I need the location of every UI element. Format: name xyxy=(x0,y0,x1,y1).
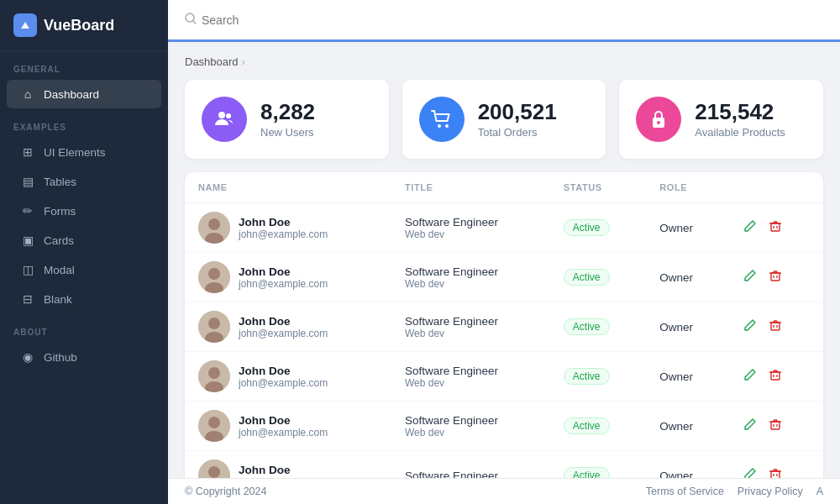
cell-role: Owner xyxy=(646,451,726,479)
edit-button[interactable] xyxy=(739,266,761,288)
cell-status: Active xyxy=(550,451,646,479)
sidebar-general-section: GENERAL ⌂ Dashboard xyxy=(0,51,168,109)
sidebar-item-label: Tables xyxy=(44,176,76,188)
user-role: Owner xyxy=(659,222,693,234)
user-avatar xyxy=(198,410,230,442)
sidebar-examples-section: Examples ⊞ UI Elements ▤ Tables ✏ Forms … xyxy=(0,109,168,314)
cell-name: John Doe john@example.com xyxy=(185,402,391,451)
sidebar-item-forms[interactable]: ✏ Forms xyxy=(7,197,161,225)
available-products-icon xyxy=(636,97,681,142)
user-subtitle: Web dev xyxy=(405,328,537,339)
user-name: John Doe xyxy=(239,365,328,377)
user-subtitle: Web dev xyxy=(405,278,537,290)
svg-point-7 xyxy=(657,121,660,124)
sidebar-item-github[interactable]: ◉ Github xyxy=(7,343,161,371)
user-email: john@example.com xyxy=(239,228,328,240)
col-name: NAME xyxy=(185,172,391,203)
delete-button[interactable] xyxy=(764,465,786,478)
app-logo: VueBoard xyxy=(0,0,168,51)
cell-actions xyxy=(726,253,823,302)
user-name: John Doe xyxy=(239,315,328,328)
cell-title: Software Engineer Web dev xyxy=(391,203,550,253)
available-products-number: 215,542 xyxy=(695,100,785,124)
total-orders-number: 200,521 xyxy=(478,100,557,124)
delete-button[interactable] xyxy=(764,316,786,338)
user-title: Software Engineer xyxy=(405,414,537,427)
breadcrumb: Dashboard › xyxy=(185,55,823,68)
stat-card-new-users: 8,282 New Users xyxy=(185,80,389,159)
grid-icon: ⊞ xyxy=(20,145,35,159)
edit-button[interactable] xyxy=(739,415,761,437)
total-orders-info: 200,521 Total Orders xyxy=(478,100,557,139)
sidebar-item-blank[interactable]: ⊟ Blank xyxy=(7,285,161,313)
copyright: © Copyright 2024 xyxy=(185,486,266,497)
search-input[interactable] xyxy=(202,13,370,27)
sidebar-item-tables[interactable]: ▤ Tables xyxy=(7,167,161,196)
sidebar-item-label: Dashboard xyxy=(44,88,99,101)
privacy-policy-link[interactable]: Privacy Policy xyxy=(738,486,803,497)
user-role: Owner xyxy=(659,470,693,479)
delete-button[interactable] xyxy=(764,365,786,387)
table-row: John Doe john@example.com Software Engin… xyxy=(185,402,823,451)
svg-point-4 xyxy=(438,124,441,128)
delete-button[interactable] xyxy=(764,266,786,288)
svg-point-2 xyxy=(218,112,225,118)
status-badge: Active xyxy=(564,467,610,478)
col-status: STATUS xyxy=(550,172,646,203)
user-name: John Doe xyxy=(239,464,328,476)
home-icon: ⌂ xyxy=(20,87,35,101)
new-users-label: New Users xyxy=(260,126,315,139)
examples-section-label: Examples xyxy=(0,109,168,137)
cell-name: John Doe john@example.com xyxy=(185,203,391,253)
svg-point-37 xyxy=(208,417,220,428)
edit-button[interactable] xyxy=(739,217,761,239)
cell-title: Software Engineer xyxy=(391,451,550,479)
status-badge: Active xyxy=(564,318,610,335)
user-email: john@example.com xyxy=(239,377,328,389)
table-row: John Doe john@example.com Software Engin… xyxy=(185,352,823,402)
new-users-number: 8,282 xyxy=(260,100,315,124)
breadcrumb-item: Dashboard xyxy=(185,55,239,68)
stat-card-available-products: 215,542 Available Products xyxy=(619,80,823,159)
cell-status: Active xyxy=(550,203,646,253)
cell-actions xyxy=(726,302,823,352)
edit-button[interactable] xyxy=(739,316,761,338)
cell-name: John Doe john@example.com xyxy=(185,302,391,352)
svg-rect-32 xyxy=(771,372,780,380)
cell-role: Owner xyxy=(646,352,726,402)
logo-icon xyxy=(13,13,37,37)
cell-actions xyxy=(726,352,823,402)
user-role: Owner xyxy=(659,370,693,383)
svg-rect-11 xyxy=(771,223,780,231)
table-body: John Doe john@example.com Software Engin… xyxy=(185,203,823,479)
edit-button[interactable] xyxy=(739,365,761,387)
sidebar-item-ui-elements[interactable]: ⊞ UI Elements xyxy=(7,138,161,166)
edit-button[interactable] xyxy=(739,465,761,478)
table-row: John Doe john@example.com Software Engin… xyxy=(185,203,823,253)
sidebar: VueBoard GENERAL ⌂ Dashboard Examples ⊞ … xyxy=(0,0,168,504)
cell-name: John Doe john@example.com xyxy=(185,451,391,479)
users-table: NAME TITLE STATUS ROLE John Doe john@exa… xyxy=(185,172,823,478)
extra-link[interactable]: A xyxy=(816,486,823,497)
cell-role: Owner xyxy=(646,253,726,302)
sidebar-item-cards[interactable]: ▣ Cards xyxy=(7,226,161,255)
cell-role: Owner xyxy=(646,302,726,352)
table-row: John Doe john@example.com Software Engin… xyxy=(185,302,823,352)
col-actions xyxy=(726,172,823,203)
sidebar-item-modal[interactable]: ◫ Modal xyxy=(7,255,161,284)
footer: © Copyright 2024 Terms of Service Privac… xyxy=(168,478,840,504)
new-users-icon xyxy=(202,97,247,142)
delete-button[interactable] xyxy=(764,217,786,239)
cell-role: Owner xyxy=(646,402,726,451)
available-products-info: 215,542 Available Products xyxy=(695,100,785,139)
app-name: VueBoard xyxy=(44,17,114,34)
sidebar-item-dashboard[interactable]: ⌂ Dashboard xyxy=(7,80,161,108)
sidebar-item-label: Github xyxy=(44,351,77,364)
sidebar-item-label: Modal xyxy=(44,264,75,276)
table-header: NAME TITLE STATUS ROLE xyxy=(185,172,823,203)
new-users-info: 8,282 New Users xyxy=(260,100,315,139)
terms-of-service-link[interactable]: Terms of Service xyxy=(646,486,724,497)
search-bar[interactable] xyxy=(185,13,370,27)
delete-button[interactable] xyxy=(764,415,786,437)
user-title: Software Engineer xyxy=(405,315,537,328)
